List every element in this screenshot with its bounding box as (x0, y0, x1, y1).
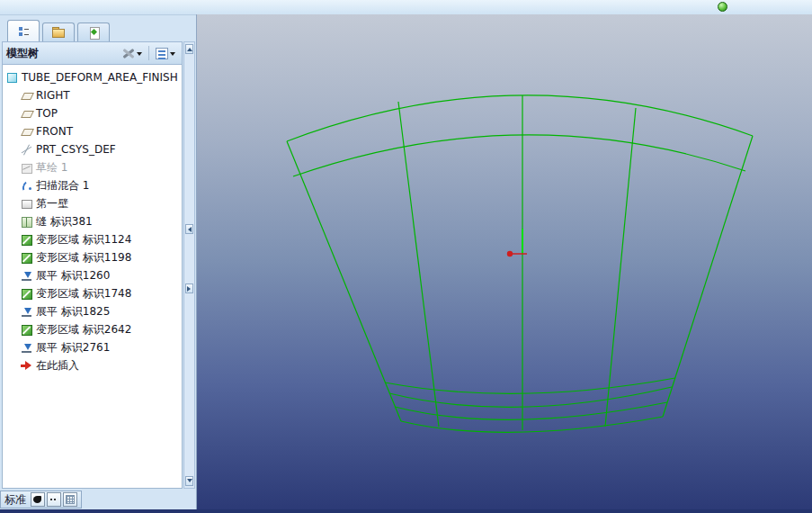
arrow-left-icon (185, 227, 192, 232)
splitter-collapse-button[interactable] (185, 224, 193, 234)
datum-plane-icon (21, 90, 32, 102)
grid-icon-button[interactable] (63, 492, 77, 507)
moon-icon-button[interactable] (31, 492, 45, 507)
tree-item-front-plane[interactable]: FRONT (3, 122, 182, 140)
tree-item-deform-area-1124[interactable]: 变形区域 标识1124 (3, 230, 182, 248)
flatten-icon (21, 270, 32, 282)
window-bottom-edge (0, 509, 812, 513)
tree-item-flatten-1260[interactable]: 展平 标识1260 (3, 266, 182, 284)
tree-item-sketch-1[interactable]: 草绘 1 (3, 158, 182, 176)
orientation-toolbar: 标准 (0, 490, 82, 508)
deform-area-icon (21, 324, 32, 336)
arrow-right-icon (187, 286, 193, 292)
splitter-expand-button[interactable] (185, 284, 193, 293)
datum-plane-icon (21, 108, 32, 120)
folder-icon (52, 27, 65, 38)
chevron-down-icon (137, 52, 142, 58)
sketch-icon (21, 162, 32, 174)
tree-item-deform-area-2642[interactable]: 变形区域 标识2642 (3, 320, 182, 338)
tree-items: RIGHT TOP FRONT PRT_CSYS_DEF 草绘 1 扫描混合 1… (3, 86, 182, 374)
favorites-icon (88, 27, 100, 39)
tree-item-right-plane[interactable]: RIGHT (3, 86, 182, 104)
arrow-up-icon (187, 45, 192, 51)
tree-item-seam-381[interactable]: 缝 标识381 (3, 212, 182, 230)
grid-icon (66, 495, 75, 504)
tree-item-deform-area-1748[interactable]: 变形区域 标识1748 (3, 284, 182, 302)
deform-area-icon (21, 252, 32, 264)
model-tree-icon (18, 25, 30, 37)
tree-item-first-wall[interactable]: 第一壁 (3, 194, 182, 212)
tree-item-root[interactable]: TUBE_DEFORM_AREA_FINISH (3, 68, 182, 86)
moon-icon (33, 495, 42, 504)
flatten-icon (21, 306, 32, 318)
swept-blend-icon (21, 180, 32, 192)
deform-area-icon (21, 288, 32, 300)
regen-status-icon[interactable] (718, 2, 727, 12)
top-toolbar (0, 0, 812, 15)
tools-icon (122, 48, 135, 59)
arrow-down-icon (187, 479, 192, 485)
orientation-label: 标准 (4, 492, 26, 508)
seam-icon (21, 216, 32, 228)
tree-item-flatten-2761[interactable]: 展平 标识2761 (3, 338, 182, 356)
dots-icon (49, 495, 58, 504)
model-tree-title: 模型树 (6, 46, 39, 61)
tree-item-swept-blend-1[interactable]: 扫描混合 1 (3, 176, 182, 194)
model-tree-header: 模型树 (2, 41, 183, 65)
dots-icon-button[interactable] (47, 492, 61, 507)
tab-favorites[interactable] (77, 22, 110, 41)
tree-display-button[interactable] (153, 46, 178, 61)
tree-item-top-plane[interactable]: TOP (3, 104, 182, 122)
scroll-up-button[interactable] (185, 44, 193, 54)
tree-item-prt-csys-def[interactable]: PRT_CSYS_DEF (3, 140, 182, 158)
flatten-icon (21, 342, 32, 354)
tree-scrollbar[interactable] (183, 41, 195, 489)
csys-icon (21, 144, 32, 156)
tree-item-deform-area-1198[interactable]: 变形区域 标识1198 (3, 248, 182, 266)
model-tree-panel: TUBE_DEFORM_AREA_FINISH RIGHT TOP FRONT … (2, 65, 183, 489)
tree-item-flatten-1825[interactable]: 展平 标识1825 (3, 302, 182, 320)
datum-plane-icon (21, 126, 32, 138)
insert-here-icon (21, 360, 32, 372)
deform-area-icon (21, 234, 32, 246)
separator (148, 46, 149, 60)
tree-item-insert-here[interactable]: 在此插入 (3, 356, 182, 374)
tab-folder-browser[interactable] (42, 22, 75, 41)
tree-settings-button[interactable] (120, 46, 145, 61)
wireframe-model (197, 14, 812, 509)
first-wall-icon (21, 198, 32, 210)
chevron-down-icon (170, 52, 175, 58)
display-list-icon (156, 48, 168, 59)
scroll-down-button[interactable] (185, 476, 193, 486)
part-icon (6, 72, 18, 84)
datum-point-marker (507, 251, 513, 256)
tab-model-tree[interactable] (7, 20, 40, 41)
graphics-viewport[interactable] (196, 14, 812, 509)
navigator-tabs (7, 19, 112, 41)
